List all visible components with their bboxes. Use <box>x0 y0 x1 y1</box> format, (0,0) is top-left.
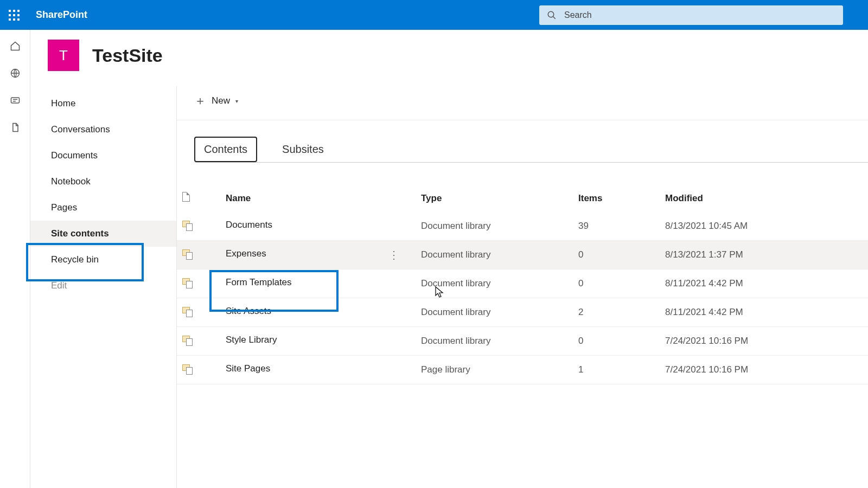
left-rail <box>0 30 30 488</box>
row-items: 0 <box>573 241 660 269</box>
row-items: 0 <box>573 269 660 298</box>
table-row[interactable]: Documents⋮Document library398/13/2021 10… <box>177 212 868 241</box>
svg-line-1 <box>553 16 556 19</box>
row-modified: 7/24/2021 10:16 PM <box>660 356 868 384</box>
row-type: Document library <box>416 241 573 269</box>
row-items: 2 <box>573 298 660 327</box>
col-name[interactable]: Name <box>220 184 416 212</box>
row-name[interactable]: Style Library <box>226 335 277 345</box>
svg-point-0 <box>548 11 554 17</box>
row-modified: 8/13/2021 10:45 AM <box>660 212 868 241</box>
site-title[interactable]: TestSite <box>92 45 163 66</box>
globe-icon[interactable] <box>10 68 21 79</box>
row-items: 1 <box>573 356 660 384</box>
row-type: Document library <box>416 269 573 298</box>
library-icon <box>182 336 193 344</box>
tab-subsites[interactable]: Subsites <box>272 137 334 162</box>
row-name[interactable]: Form Templates <box>226 277 292 287</box>
col-modified[interactable]: Modified <box>660 184 868 212</box>
search-box[interactable] <box>539 5 843 25</box>
row-type: Page library <box>416 356 573 384</box>
nav-item-notebook[interactable]: Notebook <box>30 169 176 195</box>
site-nav: HomeConversationsDocumentsNotebookPagesS… <box>30 86 177 488</box>
nav-item-pages[interactable]: Pages <box>30 195 176 221</box>
row-type: Document library <box>416 212 573 241</box>
library-icon <box>182 364 193 373</box>
files-icon[interactable] <box>10 122 21 133</box>
nav-item-home[interactable]: Home <box>30 91 176 117</box>
library-icon <box>182 221 193 229</box>
row-name[interactable]: Site Pages <box>226 363 270 374</box>
library-icon <box>182 278 193 287</box>
site-header: T TestSite <box>30 30 868 86</box>
table-row[interactable]: Style Library⋮Document library07/24/2021… <box>177 327 868 356</box>
row-items: 39 <box>573 212 660 241</box>
nav-item-conversations[interactable]: Conversations <box>30 117 176 143</box>
table-row[interactable]: Form Templates⋮Document library08/11/202… <box>177 269 868 298</box>
home-icon[interactable] <box>10 41 21 52</box>
library-icon <box>182 249 193 258</box>
row-actions-icon[interactable]: ⋮ <box>388 248 410 261</box>
new-button-label: New <box>212 95 230 106</box>
library-icon <box>182 307 193 316</box>
file-header-icon <box>182 192 190 202</box>
row-modified: 8/11/2021 4:42 PM <box>660 269 868 298</box>
chevron-down-icon: ▾ <box>235 98 238 104</box>
plus-icon: ＋ <box>194 95 206 107</box>
tab-contents[interactable]: Contents <box>194 137 257 162</box>
table-row[interactable]: Site Pages⋮Page library17/24/2021 10:16 … <box>177 356 868 384</box>
site-logo[interactable]: T <box>48 40 79 71</box>
row-type: Document library <box>416 298 573 327</box>
svg-rect-3 <box>11 98 19 103</box>
row-name[interactable]: Expenses <box>226 248 266 259</box>
row-modified: 7/24/2021 10:16 PM <box>660 327 868 356</box>
row-type: Document library <box>416 327 573 356</box>
col-type[interactable]: Type <box>416 184 573 212</box>
nav-edit[interactable]: Edit <box>30 273 176 299</box>
row-modified: 8/13/2021 1:37 PM <box>660 241 868 269</box>
nav-item-site-contents[interactable]: Site contents <box>30 221 176 247</box>
command-bar: ＋ New ▾ <box>177 95 868 120</box>
pivot-tabs: ContentsSubsites <box>177 120 868 162</box>
row-items: 0 <box>573 327 660 356</box>
table-row[interactable]: Site Assets⋮Document library28/11/2021 4… <box>177 298 868 327</box>
row-modified: 8/11/2021 4:42 PM <box>660 298 868 327</box>
app-name[interactable]: SharePoint <box>36 9 87 21</box>
news-icon[interactable] <box>10 95 21 106</box>
new-button[interactable]: ＋ New ▾ <box>194 95 238 107</box>
col-items[interactable]: Items <box>573 184 660 212</box>
contents-list: Name Type Items Modified Documents⋮Docum… <box>177 163 868 384</box>
app-launcher-icon[interactable] <box>9 10 20 21</box>
suite-bar: SharePoint <box>0 0 868 30</box>
search-input[interactable] <box>564 10 835 20</box>
nav-item-documents[interactable]: Documents <box>30 143 176 169</box>
nav-item-recycle-bin[interactable]: Recycle bin <box>30 247 176 273</box>
table-row[interactable]: Expenses⋮Document library08/13/2021 1:37… <box>177 241 868 269</box>
search-icon <box>547 10 557 20</box>
row-name[interactable]: Site Assets <box>226 306 271 316</box>
row-name[interactable]: Documents <box>226 220 272 230</box>
